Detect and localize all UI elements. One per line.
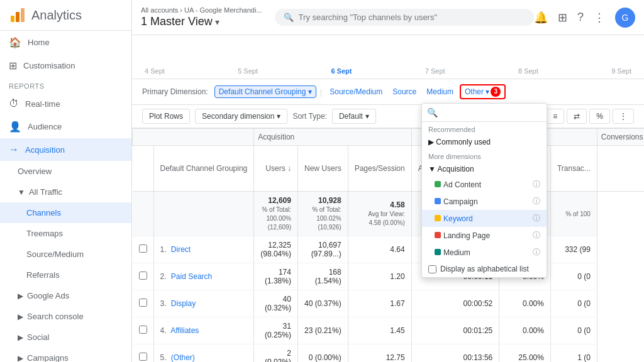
sidebar-item-searchconsole[interactable]: ▶ Search console	[0, 306, 131, 327]
transactions-header[interactable]: Transac...	[550, 146, 597, 192]
percent-button[interactable]: %	[589, 109, 610, 124]
ad-content-color	[435, 181, 441, 187]
dropdown-search-input[interactable]	[440, 108, 541, 118]
row1-link[interactable]: Direct	[171, 245, 191, 254]
sidebar: Analytics 🏠 Home ⊞ Customisation REPORTS…	[0, 0, 132, 362]
landing-page-color	[435, 232, 441, 238]
sidebar-item-channels[interactable]: Channels	[0, 202, 131, 223]
search-input[interactable]	[299, 13, 525, 22]
help-button[interactable]: ?	[577, 11, 584, 24]
bar-view-button[interactable]: ≡	[546, 109, 564, 124]
pages-session-header[interactable]: Pages/Session	[348, 146, 411, 192]
sidebar-item-overview[interactable]: Overview	[0, 161, 131, 182]
sidebar-item-acquisition[interactable]: → Acquisition	[0, 138, 131, 161]
sidebar-item-social[interactable]: ▶ Social	[0, 327, 131, 348]
primary-dimension-label: Primary Dimension:	[142, 87, 208, 96]
row4-checkbox[interactable]	[133, 317, 154, 344]
row4-label: 4. Affiliates	[153, 317, 254, 344]
svg-rect-1	[16, 12, 19, 22]
sidebar-item-referrals[interactable]: Referrals	[0, 265, 131, 285]
source-medium-button[interactable]: Source/Medium	[326, 86, 386, 97]
apps-button[interactable]: ⊞	[558, 11, 567, 25]
default-grouping-button[interactable]: Default Channel Grouping ▾	[214, 85, 316, 98]
alphabetical-checkbox[interactable]	[428, 265, 436, 273]
row2-checkbox[interactable]	[133, 263, 154, 290]
campaign-info-icon: ⓘ	[533, 196, 540, 207]
sidebar-item-campaigns[interactable]: ▶ Campaigns	[0, 348, 131, 362]
row2-pages-session: 1.20	[348, 263, 411, 290]
row1-checkbox[interactable]	[133, 236, 154, 263]
dropdown-item-landingpage[interactable]: Landing Page ⓘ	[422, 227, 547, 244]
secondary-dimension-button[interactable]: Secondary dimension ▾	[195, 109, 287, 124]
acquisition-group-title[interactable]: ▼ Acquisition	[422, 162, 547, 176]
search-icon: 🔍	[284, 13, 294, 22]
more-button[interactable]: ⋮	[594, 11, 605, 25]
row4-ecommerce-rate: 0.00%	[499, 317, 551, 344]
dimensions-bar: Primary Dimension: Default Channel Group…	[132, 79, 644, 105]
audience-icon: 👤	[9, 121, 21, 133]
row3-checkbox[interactable]	[133, 290, 154, 317]
users-header[interactable]: Users ↓	[254, 146, 298, 192]
sidebar-item-alltraffic[interactable]: ▼ All Traffic	[0, 182, 131, 202]
dimension-dropdown: 🔍 Recommended ▶ Commonly used More dimen…	[421, 103, 547, 278]
dropdown-item-adcontent[interactable]: Ad Content ⓘ	[422, 176, 547, 193]
row4-transactions: 0 (0	[550, 317, 597, 344]
totals-pages-session: 4.58 Avg for View: 4.58 (0.00%)	[348, 192, 411, 236]
master-view-dropdown-arrow: ▾	[215, 17, 219, 27]
sidebar-item-realtime[interactable]: ⏱ Real-time	[0, 92, 131, 115]
row2-link[interactable]: Paid Search	[171, 272, 212, 281]
more-options-button[interactable]: ⋮	[613, 109, 634, 124]
chart-date-4: 8 Sept	[518, 67, 538, 75]
medium-button[interactable]: Medium	[423, 86, 457, 97]
row4-link[interactable]: Affiliates	[170, 326, 199, 335]
keyword-color	[435, 215, 441, 221]
user-avatar[interactable]: G	[615, 8, 635, 28]
new-users-header[interactable]: New Users	[297, 146, 348, 192]
compare-button[interactable]: ⇄	[567, 109, 587, 124]
row3-avg-session: 00:00:52	[411, 290, 499, 317]
row3-pages-session: 1.67	[348, 290, 411, 317]
row5-checkbox[interactable]	[133, 344, 154, 363]
row2-users: 174 (1.38%)	[254, 263, 298, 290]
table-row: 5. (Other) 2 (0.02%) 0 (0.00%) 12.75 00:…	[133, 344, 645, 363]
master-view-title[interactable]: 1 Master View ▾	[141, 15, 262, 28]
dropdown-item-keyword[interactable]: Keyword ⓘ	[422, 210, 547, 227]
sidebar-item-treemaps[interactable]: Treemaps	[0, 223, 131, 244]
dropdown-search-bar[interactable]: 🔍	[422, 104, 547, 122]
medium-info-icon: ⓘ	[533, 247, 540, 258]
chart-date-1: 5 Sept	[238, 67, 258, 75]
chart-area: 4 Sept 5 Sept 6 Sept 7 Sept 8 Sept 9 Sep…	[132, 35, 644, 79]
controls-bar: Plot Rows Secondary dimension ▾ Sort Typ…	[132, 105, 644, 128]
sidebar-item-sourcemedium[interactable]: Source/Medium	[0, 244, 131, 265]
sidebar-item-googleads[interactable]: ▶ Google Ads	[0, 285, 131, 306]
row5-link[interactable]: (Other)	[171, 353, 195, 362]
chart-dates: 4 Sept 5 Sept 6 Sept 7 Sept 8 Sept 9 Sep…	[145, 67, 631, 79]
global-search[interactable]: 🔍	[275, 9, 534, 26]
dropdown-item-medium[interactable]: Medium ⓘ	[422, 244, 547, 261]
sidebar-navigation: 🏠 Home ⊞ Customisation REPORTS ⏱ Real-ti…	[0, 31, 131, 362]
breadcrumb: All accounts › UA - Google Merchandi...	[141, 6, 262, 14]
row2-label: 2. Paid Search	[153, 263, 254, 290]
dropdown-item-campaign[interactable]: Campaign ⓘ	[422, 193, 547, 210]
source-button[interactable]: Source	[389, 86, 420, 97]
sidebar-item-home[interactable]: 🏠 Home	[0, 31, 131, 54]
alphabetical-checkbox-row[interactable]: Display as alphabetical list	[422, 261, 547, 277]
analytics-logo-icon	[9, 6, 26, 24]
row1-new-users: 10,697 (97.89...)	[297, 236, 348, 263]
row2-transactions: 0 (0	[550, 263, 597, 290]
customisation-icon: ⊞	[9, 60, 17, 72]
googleads-expand-icon: ▶	[18, 292, 23, 300]
more-dimensions-label: More dimensions	[422, 149, 547, 162]
chart-date-3: 7 Sept	[425, 67, 445, 75]
sidebar-item-audience[interactable]: 👤 Audience	[0, 115, 131, 138]
row3-link[interactable]: Display	[171, 299, 196, 308]
table-row: 1. Direct 12,325 (98.04%) 10,697 (97.89.…	[133, 236, 645, 263]
plot-rows-button[interactable]: Plot Rows	[142, 109, 190, 124]
row5-users: 2 (0.02%)	[254, 344, 298, 363]
dimension-header[interactable]: Default Channel Grouping	[153, 146, 254, 192]
sort-default-button[interactable]: Default ▾	[332, 109, 376, 124]
sidebar-item-customisation[interactable]: ⊞ Customisation	[0, 54, 131, 77]
other-button[interactable]: Other ▾ 3	[460, 84, 506, 99]
commonly-used-group[interactable]: ▶ Commonly used	[422, 135, 547, 149]
notifications-button[interactable]: 🔔	[534, 11, 548, 25]
